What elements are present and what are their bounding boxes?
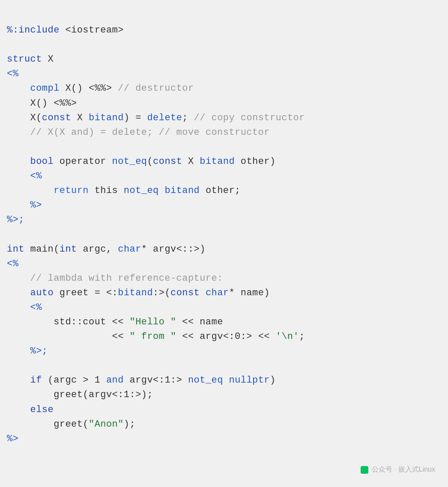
kw-int-main: int [7, 244, 24, 255]
kw-int-argc: int [60, 244, 77, 255]
main-close-brace: %> [7, 434, 18, 444]
char-newline: '\n' [276, 331, 299, 342]
kw-bitand-1: bitand [89, 113, 124, 123]
kw-delete: delete [147, 113, 182, 123]
kw-not-eq-2: not_eq [124, 185, 159, 196]
kw-compl: compl [30, 83, 60, 94]
open-brace: <% [7, 68, 18, 79]
close-brace-semi: %>; [7, 214, 24, 225]
comment-destructor: // destructor [118, 83, 194, 94]
inner-open-brace: <% [30, 171, 42, 181]
kw-struct: struct [7, 54, 42, 65]
wechat-icon [361, 466, 368, 474]
kw-bitand-3: bitand [164, 185, 200, 196]
kw-return: return [54, 185, 89, 196]
watermark: 公众号 · 嵌入式Linux [361, 465, 435, 474]
kw-bool: bool [30, 156, 54, 167]
kw-char-2: char [206, 288, 229, 298]
main-open-brace: <% [7, 258, 18, 269]
kw-const-2: const [153, 156, 182, 167]
string-from: " from " [130, 331, 176, 342]
kw-not-eq-1: not_eq [112, 156, 147, 167]
kw-and: and [106, 375, 124, 386]
kw-const-3: const [170, 288, 200, 298]
kw-not-eq-3: not_eq [188, 375, 223, 386]
kw-char: char [118, 244, 141, 255]
code-display: %:include <iostream> struct X <% compl X… [7, 9, 441, 446]
comment-move: // X(X and) = delete; // move constructo… [7, 127, 270, 138]
inner-close-brace: %> [30, 200, 42, 211]
string-hello: "Hello " [130, 317, 176, 327]
kw-else: else [30, 404, 54, 415]
comment-copy: // copy constructor [194, 113, 305, 123]
kw-bitand-2: bitand [200, 156, 235, 167]
kw-if: if [30, 375, 42, 386]
kw-const-1: const [42, 113, 71, 123]
kw-nullptr: nullptr [229, 375, 270, 386]
string-anon: "Anon" [89, 419, 124, 430]
comment-lambda: // lambda with reference-capture: [7, 273, 223, 284]
preprocessor-include: %:include [7, 25, 60, 36]
lambda-close-semi: %>; [30, 346, 48, 356]
kw-auto: auto [30, 288, 54, 298]
kw-bitand-lambda: bitand [118, 288, 153, 298]
lambda-open-brace: <% [30, 302, 42, 313]
